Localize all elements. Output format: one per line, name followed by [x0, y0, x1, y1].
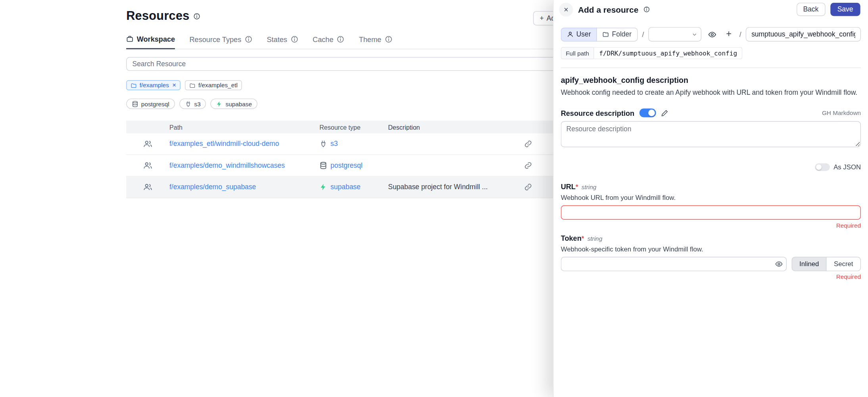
s3-icon: [185, 100, 192, 107]
divider: [561, 67, 861, 68]
path-builder: User Folder /: [561, 27, 861, 41]
link-icon[interactable]: [524, 183, 532, 191]
url-required-note: Required: [561, 222, 861, 229]
description-label: Resource description: [561, 109, 635, 117]
page-title: Resources: [126, 9, 190, 23]
folder-icon: [190, 82, 196, 88]
resource-path-link[interactable]: f/examples/demo_windmillshowcases: [169, 161, 285, 169]
owner-folder-option[interactable]: Folder: [597, 27, 638, 41]
token-input[interactable]: [561, 257, 787, 271]
resource-path-link[interactable]: f/examples/demo_supabase: [169, 183, 256, 191]
tab-theme[interactable]: Theme: [359, 35, 392, 49]
url-input[interactable]: [561, 205, 861, 220]
path-separator: /: [739, 30, 741, 38]
token-mode-toggle: Inlined Secret: [791, 257, 861, 271]
folder-icon: [603, 31, 609, 38]
column-path: Path: [169, 124, 319, 130]
drawer-title: Add a resource: [578, 5, 638, 14]
tab-workspace[interactable]: Workspace: [126, 35, 175, 49]
link-icon[interactable]: [524, 140, 532, 148]
token-secret-option[interactable]: Secret: [826, 257, 861, 271]
drawer-header: × Add a resource Back Save: [554, 0, 868, 19]
resource-type-link[interactable]: supabase: [330, 183, 361, 191]
user-icon: [567, 31, 574, 38]
resource-type-link[interactable]: s3: [330, 140, 338, 148]
eye-icon[interactable]: [775, 260, 783, 268]
token-field: Token* string Webhook-specific token fro…: [561, 234, 861, 280]
plus-icon: +: [540, 14, 544, 22]
description-textarea[interactable]: [561, 121, 861, 148]
add-resource-drawer: × Add a resource Back Save User: [553, 0, 868, 397]
info-icon: [385, 35, 393, 43]
link-icon[interactable]: [524, 161, 532, 169]
tab-resource-types[interactable]: Resource Types: [189, 35, 252, 49]
info-icon: [337, 35, 345, 43]
required-asterisk: *: [576, 183, 578, 191]
resource-path-link[interactable]: f/examples_etl/windmill-cloud-demo: [169, 140, 279, 148]
postgresql-icon: [319, 161, 327, 169]
url-label: URL*: [561, 183, 578, 191]
supabase-icon: [216, 100, 223, 107]
url-type: string: [582, 184, 597, 190]
back-button[interactable]: Back: [797, 3, 825, 16]
pencil-icon[interactable]: [661, 109, 668, 117]
close-icon[interactable]: ×: [559, 2, 573, 16]
info-icon[interactable]: [193, 12, 200, 19]
owner-toggle: User Folder: [561, 27, 638, 41]
token-required-note: Required: [561, 273, 861, 280]
info-icon[interactable]: [643, 6, 650, 13]
chevron-down-icon: [692, 32, 698, 38]
postgresql-icon: [132, 100, 138, 107]
resource-description: Supabase project for Windmill ...: [388, 183, 524, 191]
folder-icon: [131, 82, 136, 88]
url-field: URL* string Webhook URL from your Windmi…: [561, 183, 861, 229]
users-icon: [143, 161, 152, 170]
resource-name-input[interactable]: [746, 27, 861, 41]
column-resource-type: Resource type: [319, 124, 388, 130]
as-json-toggle[interactable]: [815, 163, 830, 171]
info-icon: [245, 35, 253, 43]
full-path-value: f/DRK/sumptuous_apify_webhook_config: [594, 47, 743, 59]
owner-user-option[interactable]: User: [561, 27, 597, 41]
as-json-row: As JSON: [561, 163, 861, 171]
as-json-label: As JSON: [833, 163, 861, 171]
required-asterisk: *: [582, 235, 584, 243]
folder-chip-examples-etl[interactable]: f/examples_etl: [185, 80, 242, 90]
owner-select[interactable]: [649, 27, 702, 41]
remove-filter-icon[interactable]: ×: [172, 82, 176, 89]
tab-cache[interactable]: Cache: [313, 35, 344, 49]
gh-markdown-label: GH Markdown: [822, 109, 861, 116]
users-icon: [143, 183, 152, 192]
description-toggle[interactable]: [639, 109, 656, 117]
plus-icon[interactable]: +: [723, 28, 735, 40]
path-separator: /: [642, 30, 644, 38]
section-help: Webhook config needed to create an Apify…: [561, 88, 861, 96]
token-type: string: [588, 235, 603, 242]
type-chip-s3[interactable]: s3: [179, 98, 206, 109]
workspace-icon: [126, 35, 133, 42]
folder-chip-examples[interactable]: f/examples ×: [126, 80, 181, 90]
token-help: Webhook-specific token from your Windmil…: [561, 245, 861, 253]
supabase-icon: [319, 183, 327, 191]
tab-states[interactable]: States: [267, 35, 298, 49]
eye-icon[interactable]: [706, 28, 718, 40]
info-icon: [290, 35, 298, 43]
s3-icon: [319, 140, 327, 148]
type-chip-postgresql[interactable]: postgresql: [126, 98, 175, 109]
users-icon: [143, 140, 152, 148]
section-title: apify_webhook_config description: [561, 76, 861, 84]
token-label: Token*: [561, 234, 584, 242]
url-help: Webhook URL from your Windmill flow.: [561, 194, 861, 201]
save-button[interactable]: Save: [830, 3, 860, 16]
full-path-label: Full path: [561, 47, 594, 59]
resource-type-link[interactable]: postgresql: [330, 161, 363, 169]
full-path-row: Full path f/DRK/sumptuous_apify_webhook_…: [561, 47, 743, 59]
description-header: Resource description GH Markdown: [561, 109, 861, 117]
token-inlined-option[interactable]: Inlined: [791, 257, 826, 271]
column-description: Description: [388, 124, 524, 130]
type-chip-supabase[interactable]: supabase: [211, 98, 257, 109]
